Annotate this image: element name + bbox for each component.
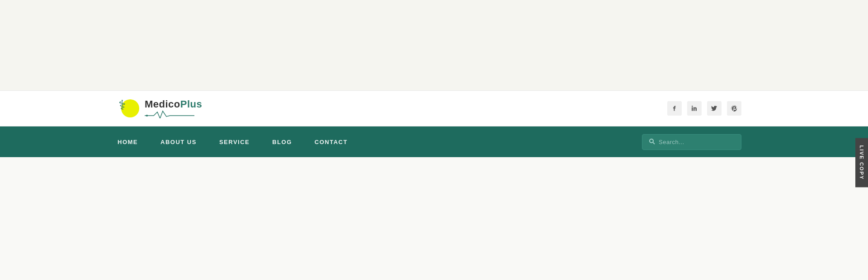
logo-ecg-line [145, 110, 194, 118]
content-area [0, 157, 868, 280]
logo-name: MedicoPlus [145, 98, 202, 110]
search-icon [649, 138, 655, 146]
nav-blog[interactable]: BLOG [272, 139, 292, 145]
svg-point-0 [146, 115, 148, 117]
nav-service[interactable]: SERVICE [219, 139, 250, 145]
header-bar: ⚕ MedicoPlus [0, 90, 868, 126]
logo-plus: Plus [180, 98, 202, 110]
logo-medico: Medico [145, 98, 180, 110]
svg-point-2 [692, 106, 693, 107]
search-box[interactable] [642, 134, 741, 150]
nav-bar: HOME ABOUT US SERVICE BLOG CONTACT [0, 126, 868, 157]
logo-text-wrap: MedicoPlus [145, 98, 202, 118]
nav-links: HOME ABOUT US SERVICE BLOG CONTACT [118, 139, 348, 145]
svg-point-3 [650, 139, 653, 143]
nav-about[interactable]: ABOUT US [160, 139, 197, 145]
linkedin-icon[interactable] [687, 101, 702, 116]
logo-area[interactable]: ⚕ MedicoPlus [118, 95, 202, 122]
stethoscope-icon: ⚕ [118, 97, 126, 113]
nav-home[interactable]: HOME [118, 139, 138, 145]
pinterest-icon[interactable] [727, 101, 741, 116]
social-icons [667, 101, 741, 116]
live-copy-tab[interactable]: LIVE COPY [855, 138, 868, 187]
svg-line-4 [653, 142, 655, 144]
nav-contact[interactable]: CONTACT [315, 139, 348, 145]
logo-icon: ⚕ [118, 95, 145, 122]
twitter-icon[interactable] [707, 101, 722, 116]
search-input[interactable] [659, 139, 735, 145]
top-banner [0, 0, 868, 90]
facebook-icon[interactable] [667, 101, 682, 116]
svg-rect-1 [692, 107, 693, 111]
